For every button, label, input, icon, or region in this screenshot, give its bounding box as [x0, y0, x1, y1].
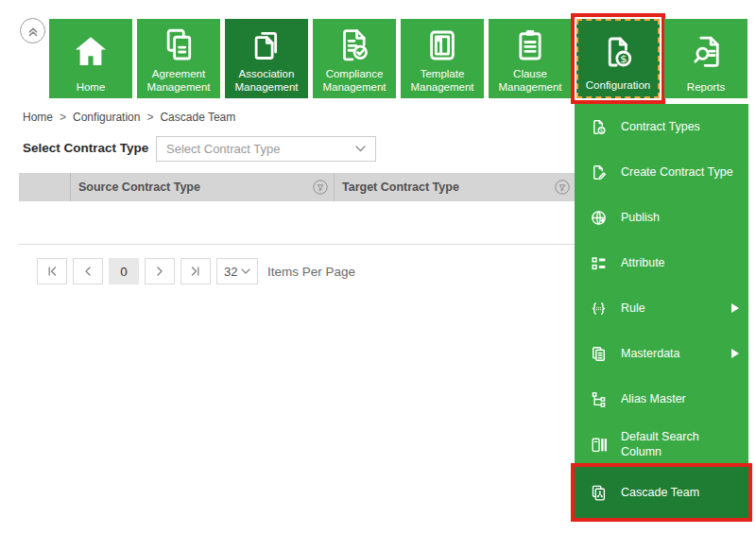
nav-tile-label: Compliance Management	[313, 67, 396, 98]
menu-item-default-search-column[interactable]: Default Search Column	[575, 422, 748, 467]
menu-item-attribute[interactable]: Attribute	[575, 240, 748, 285]
nav-tile-reports[interactable]: Reports	[664, 19, 747, 98]
next-page-button[interactable]	[145, 258, 175, 284]
breadcrumb-separator: >	[60, 111, 66, 124]
nav-tile-label: Reports	[685, 80, 727, 98]
nav-tile-label: Agreement Management	[137, 67, 220, 98]
menu-item-label: Publish	[621, 210, 739, 225]
attribute-icon	[587, 252, 610, 273]
cascade-team-icon	[587, 482, 610, 503]
menu-item-masterdata[interactable]: Masterdata	[575, 331, 748, 376]
nav-tile-clause-management[interactable]: Clause Management	[489, 19, 572, 98]
nav-tile-association-management[interactable]: Association Management	[225, 19, 308, 98]
grid-header-cell-source-contract-type: Source Contract Type	[71, 173, 335, 201]
breadcrumb-cascade-team: Cascade Team	[160, 111, 235, 124]
nav-tile-home[interactable]: Home	[49, 19, 132, 98]
submenu-arrow-icon	[731, 349, 739, 358]
alias-master-icon	[587, 388, 610, 409]
menu-item-label: Attribute	[621, 255, 739, 270]
double-chevron-up-icon	[26, 24, 41, 39]
rule-icon	[587, 298, 610, 319]
breadcrumb-configuration[interactable]: Configuration	[73, 111, 140, 124]
items-per-page-label: Items Per Page	[267, 265, 355, 279]
current-page-indicator: 0	[109, 258, 139, 284]
clause-icon	[510, 19, 550, 67]
main-nav: Home Agreement Management Association Ma…	[49, 19, 747, 98]
filter-icon[interactable]	[313, 180, 328, 195]
filter-icon[interactable]	[555, 180, 570, 195]
menu-item-label: Rule	[621, 301, 731, 316]
svg-text:$: $	[620, 52, 627, 65]
chevron-down-icon	[241, 268, 250, 274]
nav-tile-label: Clause Management	[489, 67, 572, 98]
default-search-column-icon	[587, 434, 610, 455]
home-icon	[71, 19, 111, 80]
menu-item-label: Masterdata	[621, 346, 731, 361]
menu-item-contract-types[interactable]: $ Contract Types	[575, 104, 748, 149]
menu-item-label: Alias Master	[621, 391, 739, 406]
nav-tile-template-management[interactable]: Template Management	[401, 19, 484, 98]
menu-item-rule[interactable]: Rule	[575, 285, 748, 331]
nav-tile-compliance-management[interactable]: Compliance Management	[313, 19, 396, 98]
menu-item-alias-master[interactable]: Alias Master	[575, 376, 748, 422]
menu-item-publish[interactable]: Publish	[575, 195, 748, 240]
nav-tile-configuration[interactable]: $ Configuration	[576, 19, 660, 98]
configuration-icon: $	[598, 21, 638, 78]
agreement-icon	[159, 19, 198, 67]
grid-header-cell-target-contract-type: Target Contract Type	[335, 173, 576, 201]
last-page-button[interactable]	[180, 258, 211, 284]
page-size-value: 32	[224, 265, 237, 279]
contract-type-dropdown-placeholder: Select Contract Type	[166, 142, 280, 156]
menu-item-label: Create Contract Type	[621, 164, 739, 180]
association-icon	[247, 19, 286, 67]
menu-item-label: Default Search Column	[621, 429, 739, 460]
contract-type-dropdown[interactable]: Select Contract Type	[156, 136, 376, 162]
nav-tile-agreement-management[interactable]: Agreement Management	[137, 19, 220, 98]
first-page-button[interactable]	[37, 258, 67, 284]
submenu-arrow-icon	[731, 303, 739, 313]
template-icon	[422, 19, 462, 67]
svg-text:$: $	[599, 127, 603, 132]
page-size-select[interactable]: 32	[216, 258, 258, 284]
grid-header-cell-empty	[19, 173, 71, 201]
publish-icon	[587, 207, 610, 228]
nav-tile-label: Configuration	[584, 78, 652, 96]
reports-icon	[686, 19, 726, 80]
menu-item-cascade-team[interactable]: Cascade Team	[575, 467, 748, 518]
compliance-icon	[335, 19, 374, 67]
select-contract-type-label: Select Contract Type	[23, 141, 148, 155]
grid-header-label: Source Contract Type	[78, 181, 200, 194]
menu-item-label: Contract Types	[621, 119, 739, 134]
breadcrumb: Home > Configuration > Cascade Team	[23, 111, 235, 124]
pager: 0 32 Items Per Page	[37, 258, 355, 284]
previous-page-button[interactable]	[73, 258, 103, 284]
masterdata-icon	[587, 343, 610, 364]
collapse-nav-button[interactable]	[20, 18, 45, 43]
nav-tile-label: Template Management	[401, 67, 484, 98]
create-contract-type-icon	[587, 162, 610, 182]
nav-tile-label: Association Management	[225, 67, 308, 98]
contract-types-icon: $	[587, 116, 610, 137]
breadcrumb-separator: >	[146, 111, 153, 124]
grid-header-label: Target Contract Type	[342, 181, 459, 194]
menu-item-label: Cascade Team	[621, 485, 739, 500]
configuration-menu: $ Contract Types Create Contract Type Pu…	[575, 104, 748, 518]
menu-item-create-contract-type[interactable]: Create Contract Type	[575, 149, 748, 195]
chevron-down-icon	[355, 146, 366, 152]
breadcrumb-home[interactable]: Home	[23, 111, 53, 124]
nav-tile-label: Home	[75, 80, 108, 98]
